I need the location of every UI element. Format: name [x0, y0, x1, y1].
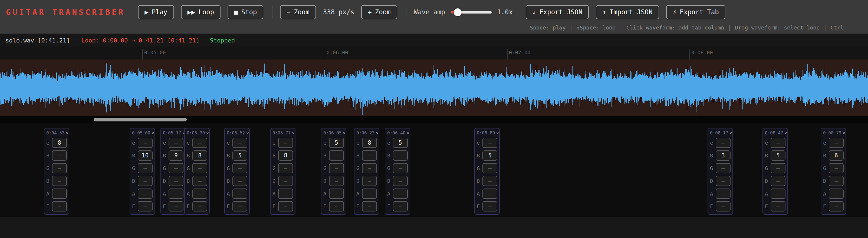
fret-input[interactable]: –: [138, 176, 153, 186]
tab-column[interactable]: 0:04.53×e8B–G–D–A–E–: [44, 128, 69, 215]
close-column-button[interactable]: ×: [65, 130, 68, 136]
tab-column[interactable]: 0:06.89×e–B5G–D–A–E–: [474, 128, 500, 215]
fret-input[interactable]: –: [716, 176, 731, 186]
stop-button[interactable]: ■Stop: [227, 5, 263, 19]
close-column-button[interactable]: ×: [206, 130, 209, 136]
fret-input[interactable]: –: [393, 176, 408, 186]
tab-column[interactable]: 0:05.00×e–B10G–D–A–E–: [130, 128, 155, 215]
fret-input[interactable]: 9: [168, 150, 183, 161]
fret-input[interactable]: –: [771, 138, 785, 148]
fret-input[interactable]: –: [483, 163, 497, 173]
fret-input[interactable]: –: [192, 138, 207, 148]
close-column-button[interactable]: ×: [376, 130, 378, 136]
fret-input[interactable]: –: [829, 201, 844, 211]
fret-input[interactable]: –: [138, 201, 153, 211]
fret-input[interactable]: –: [393, 150, 408, 161]
close-column-button[interactable]: ×: [151, 130, 154, 136]
fret-input[interactable]: 6: [829, 150, 844, 161]
fret-input[interactable]: 5: [771, 150, 785, 161]
play-button[interactable]: ▶Play: [138, 5, 174, 19]
fret-input[interactable]: –: [393, 189, 408, 199]
fret-input[interactable]: –: [52, 189, 67, 199]
fret-input[interactable]: 8: [278, 150, 293, 161]
fret-input[interactable]: –: [362, 176, 377, 186]
fret-input[interactable]: –: [232, 189, 247, 199]
fret-input[interactable]: –: [393, 201, 408, 211]
close-column-button[interactable]: ×: [496, 130, 499, 136]
fret-input[interactable]: –: [329, 150, 344, 161]
fret-input[interactable]: –: [393, 163, 408, 173]
close-column-button[interactable]: ×: [842, 130, 845, 136]
fret-input[interactable]: –: [329, 189, 344, 199]
fret-input[interactable]: –: [829, 138, 844, 148]
fret-input[interactable]: –: [278, 201, 293, 211]
fret-input[interactable]: –: [192, 201, 207, 211]
fret-input[interactable]: 5: [483, 150, 497, 161]
fret-input[interactable]: 10: [138, 150, 153, 161]
fret-input[interactable]: –: [138, 138, 153, 148]
fret-input[interactable]: –: [232, 163, 247, 173]
fret-input[interactable]: –: [483, 176, 497, 186]
wave-amp-knob[interactable]: [454, 8, 462, 16]
tab-column[interactable]: 0:05.17×e–B9G–D–A–E–: [160, 128, 186, 215]
tab-column[interactable]: 0:08.79×e–B6G–D–A–E–: [820, 128, 846, 215]
loop-button[interactable]: ▶▶Loop: [181, 5, 221, 19]
fret-input[interactable]: –: [329, 176, 344, 186]
fret-input[interactable]: –: [192, 176, 207, 186]
tab-column[interactable]: 0:05.77×e–B8G–D–A–E–: [270, 128, 296, 215]
tab-column[interactable]: 0:06.05×e5B–G–D–A–E–: [321, 128, 346, 215]
zoom-in-button[interactable]: +Zoom: [361, 5, 397, 19]
fret-input[interactable]: –: [232, 138, 247, 148]
fret-input[interactable]: –: [278, 163, 293, 173]
fret-input[interactable]: 8: [362, 138, 377, 148]
fret-input[interactable]: –: [771, 189, 785, 199]
fret-input[interactable]: –: [716, 163, 731, 173]
fret-input[interactable]: –: [52, 163, 67, 173]
tab-columns-area[interactable]: 0:04.53×e8B–G–D–A–E–0:05.00×e–B10G–D–A–E…: [0, 123, 868, 217]
fret-input[interactable]: –: [829, 176, 844, 186]
scrollbar-thumb[interactable]: [94, 117, 186, 122]
fret-input[interactable]: 3: [716, 150, 731, 161]
close-column-button[interactable]: ×: [729, 130, 732, 136]
fret-input[interactable]: –: [168, 176, 183, 186]
fret-input[interactable]: –: [716, 189, 731, 199]
close-column-button[interactable]: ×: [246, 130, 249, 136]
fret-input[interactable]: –: [168, 201, 183, 211]
import-json-button[interactable]: ↑Import JSON: [596, 5, 659, 19]
close-column-button[interactable]: ×: [343, 130, 345, 136]
fret-input[interactable]: –: [278, 138, 293, 148]
fret-input[interactable]: –: [52, 201, 67, 211]
fret-input[interactable]: –: [278, 176, 293, 186]
fret-input[interactable]: –: [52, 176, 67, 186]
fret-input[interactable]: –: [192, 163, 207, 173]
fret-input[interactable]: –: [483, 201, 497, 211]
fret-input[interactable]: –: [138, 189, 153, 199]
fret-input[interactable]: –: [168, 138, 183, 148]
fret-input[interactable]: –: [168, 163, 183, 173]
fret-input[interactable]: –: [278, 189, 293, 199]
fret-input[interactable]: 5: [232, 150, 247, 161]
fret-input[interactable]: –: [716, 201, 731, 211]
zoom-out-button[interactable]: −Zoom: [280, 5, 316, 19]
close-column-button[interactable]: ×: [784, 130, 787, 136]
tab-column[interactable]: 0:06.23×e8B–G–D–A–E–: [354, 128, 379, 215]
fret-input[interactable]: –: [232, 201, 247, 211]
fret-input[interactable]: 8: [52, 138, 67, 148]
fret-input[interactable]: –: [138, 163, 153, 173]
fret-input[interactable]: –: [329, 201, 344, 211]
export-json-button[interactable]: ↓Export JSON: [526, 5, 589, 19]
tab-column[interactable]: 0:08.17×e–B3G–D–A–E–: [708, 128, 733, 215]
fret-input[interactable]: –: [52, 150, 67, 161]
fret-input[interactable]: –: [771, 176, 785, 186]
fret-input[interactable]: –: [329, 163, 344, 173]
fret-input[interactable]: 5: [329, 138, 344, 148]
waveform-scrollbar[interactable]: [0, 116, 868, 123]
close-column-button[interactable]: ×: [406, 130, 409, 136]
fret-input[interactable]: –: [232, 176, 247, 186]
fret-input[interactable]: –: [483, 189, 497, 199]
fret-input[interactable]: –: [362, 150, 377, 161]
fret-input[interactable]: –: [771, 201, 785, 211]
fret-input[interactable]: –: [192, 189, 207, 199]
tab-column[interactable]: 0:05.30×e–B8G–D–A–E–: [184, 128, 210, 215]
fret-input[interactable]: –: [771, 163, 785, 173]
